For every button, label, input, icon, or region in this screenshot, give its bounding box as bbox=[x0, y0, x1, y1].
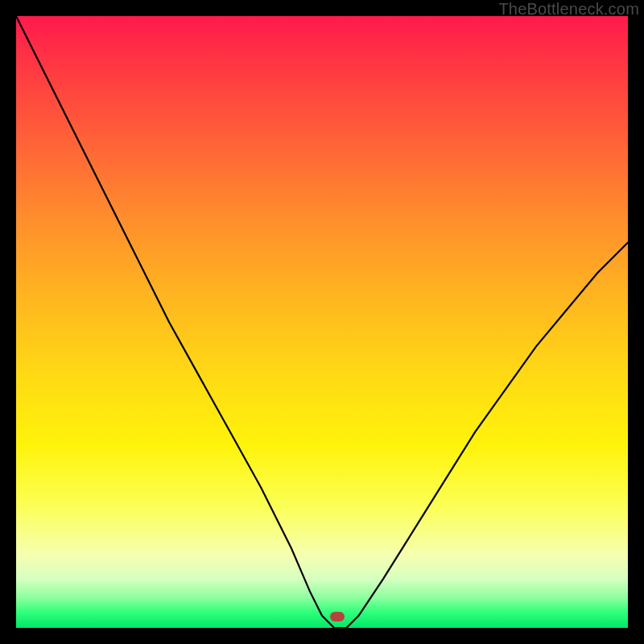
chart-frame: TheBottleneck.com bbox=[0, 0, 644, 644]
optimum-marker bbox=[330, 612, 345, 621]
watermark-text: TheBottleneck.com bbox=[498, 0, 639, 19]
plot-area bbox=[16, 16, 628, 628]
bottleneck-curve bbox=[16, 16, 628, 628]
